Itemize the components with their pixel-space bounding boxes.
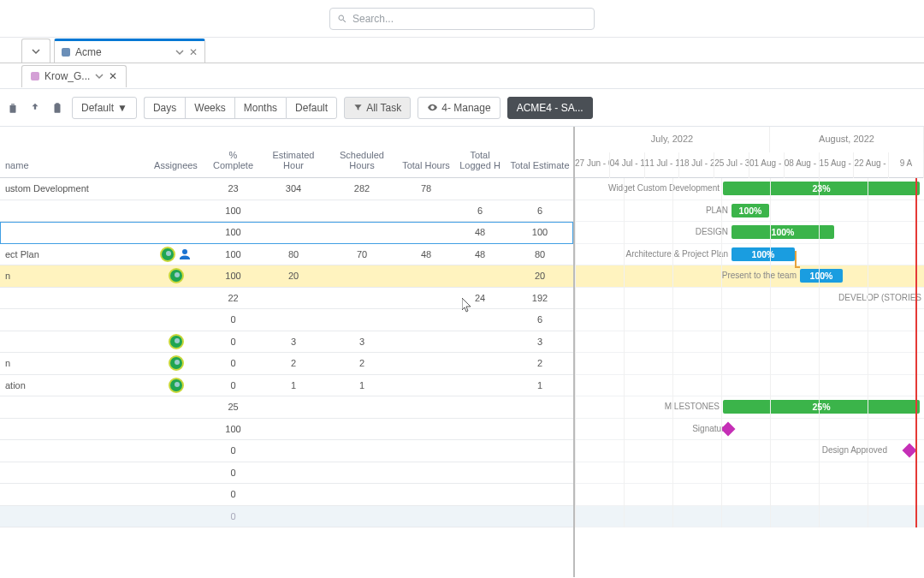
- avatar[interactable]: [160, 247, 175, 262]
- week-label: 27 Jun - 0: [575, 152, 610, 178]
- gantt-row[interactable]: Design Approved: [575, 440, 924, 462]
- eye-icon: [427, 102, 438, 113]
- gantt-row[interactable]: Widget Custom Development23%: [575, 178, 924, 200]
- task-row[interactable]: 0: [0, 440, 573, 462]
- gantt-bar[interactable]: 23%: [723, 182, 920, 195]
- cell-totest: 100: [506, 227, 573, 237]
- avatar[interactable]: [169, 355, 184, 371]
- chevron-down-icon[interactable]: [175, 48, 184, 57]
- col-pct-complete[interactable]: % Complete: [204, 143, 262, 177]
- bar-label: DEVELOP (STORIES: [827, 293, 921, 302]
- avatar[interactable]: [169, 378, 184, 393]
- tab-menu-caret[interactable]: [21, 39, 50, 63]
- task-row[interactable]: 0: [0, 462, 573, 485]
- cell-sch: 1: [325, 380, 399, 390]
- days-button[interactable]: Days: [144, 97, 185, 119]
- avatar[interactable]: [169, 334, 184, 349]
- task-row[interactable]: 10066: [0, 200, 573, 223]
- gantt-row[interactable]: [575, 506, 924, 528]
- manage-button[interactable]: 4- Manage: [418, 97, 500, 119]
- gantt-bar[interactable]: 25%: [723, 400, 920, 414]
- person-icon[interactable]: [177, 247, 192, 262]
- close-icon[interactable]: ✕: [109, 70, 117, 82]
- gantt-row[interactable]: DESIGN100%: [575, 222, 924, 244]
- weeks-button[interactable]: Weeks: [185, 97, 234, 119]
- gantt-row[interactable]: [575, 353, 924, 375]
- gantt-row[interactable]: [575, 309, 924, 331]
- gantt-row[interactable]: PLAN100%: [575, 200, 924, 223]
- gantt-row[interactable]: [575, 462, 924, 485]
- project-chip[interactable]: ACME4 - SA...: [507, 97, 593, 119]
- milestone-diamond[interactable]: [903, 444, 917, 458]
- task-row[interactable]: 100: [0, 419, 573, 441]
- col-assignees[interactable]: Assignees: [147, 153, 204, 177]
- close-icon[interactable]: ✕: [189, 46, 198, 58]
- gridline: [721, 178, 722, 527]
- task-row[interactable]: 0: [0, 484, 573, 506]
- subtab-krow[interactable]: Krow_G... ✕: [21, 65, 127, 87]
- gantt-row[interactable]: Signature: [575, 419, 924, 441]
- months-button[interactable]: Months: [234, 97, 286, 119]
- cell-est: 80: [262, 249, 325, 259]
- gridline: [770, 178, 771, 527]
- cell-pct: 25: [204, 402, 262, 412]
- task-row[interactable]: ation0111: [0, 375, 573, 397]
- avatar[interactable]: [169, 268, 184, 283]
- gantt-row[interactable]: [575, 331, 924, 354]
- cell-assignees[interactable]: [147, 355, 204, 371]
- task-row[interactable]: ustom Development2330428278: [0, 178, 573, 200]
- task-row[interactable]: 25: [0, 396, 573, 419]
- task-row[interactable]: 06: [0, 309, 573, 331]
- week-label: 15 Aug - 2: [820, 152, 855, 178]
- month-july: July, 2022: [575, 127, 770, 152]
- subtab-strip: Krow_G... ✕: [0, 63, 924, 89]
- cell-totest: 2: [506, 358, 573, 368]
- gridline: [819, 178, 820, 527]
- tab-acme[interactable]: Acme ✕: [54, 39, 205, 63]
- col-estimated-hours[interactable]: Estimated Hour: [262, 143, 325, 177]
- gantt-row[interactable]: Present to the team100%: [575, 265, 924, 288]
- all-task-filter[interactable]: All Task: [344, 97, 411, 119]
- gantt-chart[interactable]: July, 2022 August, 2022 27 Jun - 004 Jul…: [575, 127, 924, 577]
- clipboard-button[interactable]: [50, 100, 65, 116]
- share-button[interactable]: [27, 100, 43, 116]
- col-total-logged[interactable]: Total Logged H: [453, 143, 506, 177]
- cell-name: n: [0, 358, 147, 368]
- task-row[interactable]: ect Plan1008070484880: [0, 244, 573, 266]
- cell-est: 20: [262, 271, 325, 281]
- default-dropdown[interactable]: Default ▼: [72, 97, 137, 119]
- cell-total: 48: [399, 249, 453, 259]
- task-row[interactable]: 2224192: [0, 288, 573, 310]
- cell-assignees[interactable]: [147, 378, 204, 393]
- bar-label: PLAN: [626, 206, 728, 215]
- col-name[interactable]: name: [0, 153, 147, 177]
- delete-button[interactable]: [5, 100, 21, 116]
- col-total-hours[interactable]: Total Hours: [399, 153, 453, 177]
- task-row[interactable]: n1002020: [0, 265, 573, 288]
- default2-button[interactable]: Default: [286, 97, 337, 119]
- gantt-row[interactable]: Architecture & Project Plan100%: [575, 244, 924, 266]
- gantt-bar[interactable]: 100%: [732, 247, 795, 261]
- gantt-row[interactable]: DEVELOP (STORIES: [575, 288, 924, 310]
- gantt-bar[interactable]: 100%: [800, 269, 843, 283]
- search-placeholder: Search...: [352, 13, 394, 25]
- task-row[interactable]: 10048100: [0, 222, 573, 244]
- task-row[interactable]: 0333: [0, 331, 573, 354]
- task-row[interactable]: 0: [0, 506, 573, 528]
- col-total-estimate[interactable]: Total Estimate: [506, 153, 573, 177]
- cell-assignees[interactable]: [147, 247, 204, 262]
- task-row[interactable]: n0222: [0, 353, 573, 375]
- gantt-row[interactable]: MILESTONES25%: [575, 396, 924, 419]
- gantt-row[interactable]: Pr: [575, 375, 924, 397]
- search-input[interactable]: Search...: [329, 8, 595, 30]
- gantt-bar[interactable]: 100%: [732, 204, 769, 217]
- search-icon: [337, 14, 347, 24]
- cell-est: 2: [262, 358, 325, 368]
- gantt-row[interactable]: [575, 484, 924, 506]
- dependency-line: [795, 251, 797, 266]
- cell-pct: 0: [204, 511, 262, 521]
- cell-assignees[interactable]: [147, 268, 204, 283]
- chevron-down-icon[interactable]: [95, 72, 104, 80]
- col-scheduled-hours[interactable]: Scheduled Hours: [325, 143, 399, 177]
- cell-assignees[interactable]: [147, 334, 204, 349]
